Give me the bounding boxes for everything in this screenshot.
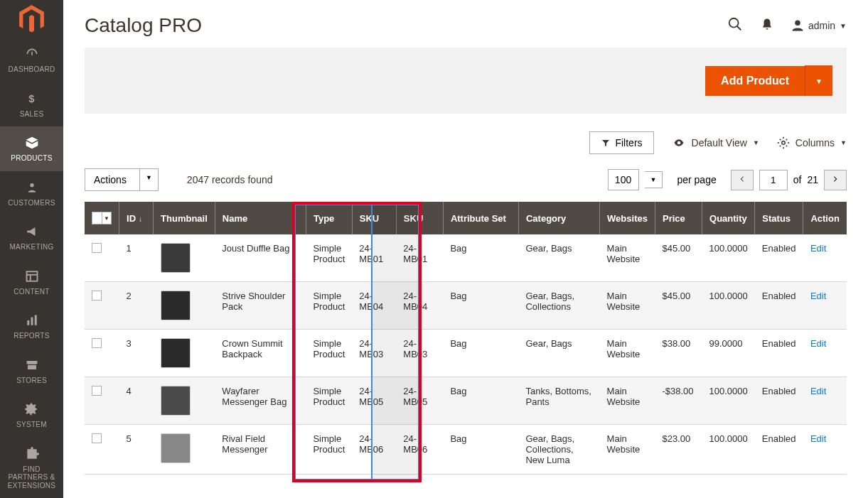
of-label: of: [793, 174, 802, 185]
funnel-icon: [601, 139, 611, 147]
cell-id: 2: [119, 282, 154, 330]
eye-icon: [672, 138, 686, 148]
cell-attr: Bag: [443, 377, 518, 425]
user-label: admin: [808, 20, 835, 31]
search-icon[interactable]: [727, 16, 743, 35]
product-thumbnail: [161, 386, 191, 416]
per-page-label: per page: [677, 174, 716, 185]
header-thumbnail[interactable]: Thumbnail: [154, 202, 215, 234]
product-thumbnail: [161, 291, 191, 320]
table-row[interactable]: 1Joust Duffle BagSimple Product24-MB0124…: [85, 234, 847, 282]
magento-logo[interactable]: [0, 0, 63, 38]
header-name[interactable]: Name: [215, 202, 306, 234]
per-page-dropdown[interactable]: ▼: [645, 171, 663, 188]
nav-dashboard[interactable]: DASHBOARD: [0, 38, 63, 82]
nav-partners[interactable]: FIND PARTNERS & EXTENSIONS: [0, 438, 63, 499]
cell-qty: 100.0000: [702, 282, 755, 330]
edit-link[interactable]: Edit: [810, 386, 826, 396]
svg-point-11: [782, 141, 786, 145]
row-checkbox[interactable]: [92, 243, 102, 253]
table-row[interactable]: 2Strive Shoulder PackSimple Product24-MB…: [85, 282, 847, 330]
bell-icon[interactable]: [761, 17, 773, 34]
cell-status: Enabled: [755, 282, 803, 330]
edit-link[interactable]: Edit: [810, 433, 826, 444]
row-checkbox[interactable]: [92, 338, 102, 348]
nav-marketing[interactable]: MARKETING: [0, 215, 63, 260]
chevron-down-icon: ▼: [840, 139, 847, 146]
header-sku-dup[interactable]: SKU: [396, 202, 443, 234]
svg-point-1: [30, 183, 33, 187]
add-product-split-button[interactable]: ▼: [805, 65, 832, 96]
chevron-down-icon: ▼: [753, 139, 759, 146]
header-type[interactable]: Type: [306, 202, 352, 234]
header-status[interactable]: Status: [755, 202, 803, 234]
edit-link[interactable]: Edit: [810, 243, 826, 254]
row-checkbox[interactable]: [92, 291, 102, 301]
cell-price: $38.00: [655, 330, 702, 377]
product-thumbnail: [161, 433, 191, 463]
next-page-button[interactable]: [824, 170, 847, 190]
header-checkbox[interactable]: ▼: [85, 202, 119, 234]
records-found: 2047 records found: [187, 174, 273, 185]
actions-dropdown[interactable]: Actions ▼: [85, 168, 159, 191]
gear-icon: [777, 136, 790, 149]
svg-text:$: $: [28, 93, 34, 104]
user-menu[interactable]: admin ▼: [791, 19, 847, 32]
person-icon: [26, 180, 38, 195]
svg-line-9: [737, 26, 741, 31]
table-row[interactable]: 5Rival Field MessengerSimple Product24-M…: [85, 425, 847, 475]
header-action[interactable]: Action: [803, 202, 847, 234]
header-price[interactable]: Price: [655, 202, 702, 234]
header-id[interactable]: ID↓: [119, 202, 154, 234]
row-checkbox[interactable]: [92, 386, 102, 396]
cell-websites: Main Website: [600, 377, 655, 425]
table-row[interactable]: 4Wayfarer Messenger BagSimple Product24-…: [85, 377, 847, 425]
cell-category: Gear, Bags: [518, 234, 599, 282]
nav-reports[interactable]: REPORTS: [0, 304, 63, 349]
per-page-value[interactable]: 100: [608, 169, 639, 190]
filters-button[interactable]: Filters: [589, 131, 653, 154]
cell-id: 4: [119, 377, 154, 425]
edit-link[interactable]: Edit: [810, 291, 826, 301]
cell-attr: Bag: [443, 425, 518, 475]
row-checkbox[interactable]: [92, 433, 102, 443]
header-sku[interactable]: SKU: [352, 202, 396, 234]
cell-attr: Bag: [443, 282, 518, 330]
edit-link[interactable]: Edit: [810, 338, 826, 349]
header-websites[interactable]: Websites: [600, 202, 655, 234]
cell-status: Enabled: [755, 425, 803, 475]
nav-stores[interactable]: STORES: [0, 349, 63, 394]
cell-type: Simple Product: [306, 330, 352, 377]
cell-type: Simple Product: [306, 282, 352, 330]
header-quantity[interactable]: Quantity: [702, 202, 755, 234]
nav-content[interactable]: CONTENT: [0, 260, 63, 305]
current-page-input[interactable]: [759, 170, 788, 190]
megaphone-icon: [24, 224, 40, 239]
header-attribute-set[interactable]: Attribute Set: [443, 202, 518, 234]
cell-name: Wayfarer Messenger Bag: [215, 377, 306, 425]
dashboard-icon: [24, 46, 40, 62]
nav-customers[interactable]: CUSTOMERS: [0, 171, 63, 216]
header-category[interactable]: Category: [518, 202, 599, 234]
cell-sku-dup: 24-MB04: [396, 282, 443, 330]
sort-down-icon: ↓: [139, 215, 142, 223]
gear-icon: [25, 401, 39, 417]
table-row[interactable]: 3Crown Summit BackpackSimple Product24-M…: [85, 330, 847, 377]
nav-products[interactable]: PRODUCTS: [0, 126, 63, 171]
add-product-button[interactable]: Add Product: [705, 66, 805, 96]
columns-button[interactable]: Columns▼: [777, 136, 847, 149]
nav-sales[interactable]: $SALES: [0, 82, 63, 127]
cell-category: Gear, Bags, Collections, New Luma: [518, 425, 599, 475]
prev-page-button[interactable]: [731, 170, 754, 190]
nav-system[interactable]: SYSTEM: [0, 393, 63, 438]
cell-qty: 99.0000: [702, 330, 755, 377]
svg-rect-2: [26, 271, 37, 281]
default-view-button[interactable]: Default View▼: [672, 137, 759, 148]
product-thumbnail: [161, 243, 191, 273]
chevron-left-icon: [739, 175, 746, 183]
cell-websites: Main Website: [600, 282, 655, 330]
cell-sku-dup: 24-MB03: [396, 330, 443, 377]
pager: Actions ▼ 2047 records found 100 ▼ per p…: [63, 168, 868, 202]
svg-rect-6: [31, 318, 33, 325]
product-thumbnail: [161, 338, 191, 368]
